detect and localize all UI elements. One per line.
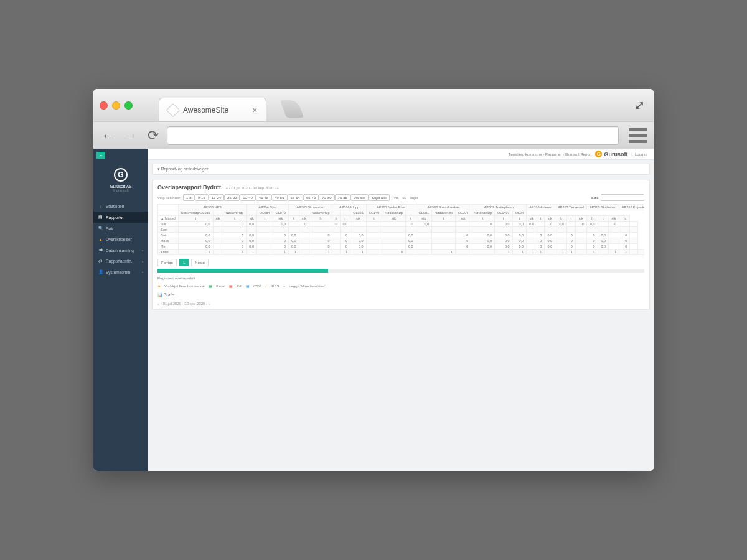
prev-page-button[interactable]: Forrige [157, 259, 177, 266]
column-header[interactable]: h [619, 216, 630, 222]
column-header[interactable]: t [366, 216, 382, 222]
row-label: Snitt [158, 233, 179, 238]
nav-label: Rapportadmin. [106, 259, 133, 263]
column-header[interactable]: stk [416, 216, 432, 222]
column-range-button[interactable]: 49-56 [271, 194, 287, 201]
column-header[interactable]: t [289, 216, 299, 222]
table-cell: 1 [178, 250, 213, 255]
table-cell: 0 [609, 222, 619, 227]
column-range-button[interactable]: Skjul alle [369, 194, 390, 201]
column-header[interactable]: t [223, 216, 247, 222]
column-header[interactable]: stk [350, 216, 367, 222]
export-pdf-link[interactable]: Pdf [237, 284, 242, 288]
table-cell: 1 [609, 250, 619, 255]
sidebar-item-systemadmin[interactable]: 👤Systemadmin› [93, 266, 148, 278]
column-header[interactable]: stk [575, 216, 586, 222]
column-header[interactable]: t [405, 216, 416, 222]
date-range-navigator[interactable]: « ‹ 01.jul.2020 - 30.sep.2020 › » [226, 186, 279, 190]
grafer-section[interactable]: 📊 Grafer [157, 292, 644, 297]
close-window-button[interactable] [100, 101, 108, 110]
column-range-button[interactable]: 17-24 [209, 194, 224, 201]
column-range-button[interactable]: 1-8 [183, 194, 195, 201]
export-csv-link[interactable]: CSV [253, 284, 261, 288]
column-range-button[interactable]: 33-40 [240, 194, 255, 201]
tab-title: AwesomeSite [183, 106, 228, 114]
browser-tab[interactable]: AwesomeSite × [159, 98, 266, 121]
column-header[interactable]: stk [527, 216, 537, 222]
table-cell [366, 233, 382, 238]
column-header[interactable]: t [432, 216, 456, 222]
table-cell [382, 238, 406, 244]
report-table-container[interactable]: AP303 NESAP304 DystAP305 SkramstadAP306 … [157, 204, 644, 255]
column-header[interactable]: t [340, 216, 350, 222]
column-header[interactable]: t [257, 216, 273, 222]
column-header[interactable]: h [586, 216, 598, 222]
column-header[interactable]: t [178, 216, 213, 222]
column-header[interactable]: stk [382, 216, 406, 222]
column-range-button[interactable]: 75-86 [335, 194, 350, 201]
export-rss-link[interactable]: RSS [271, 284, 279, 288]
page-1-button[interactable]: 1 [179, 259, 189, 266]
column-header[interactable]: t [537, 216, 545, 222]
column-range-button[interactable]: 41-48 [256, 194, 271, 201]
column-header[interactable]: t [567, 216, 576, 222]
export-excel-link[interactable]: Excel [216, 284, 225, 288]
reload-button[interactable]: ⟳ [144, 127, 162, 144]
table-cell: 0,0 [512, 222, 526, 227]
column-header[interactable]: stk [213, 216, 223, 222]
table-cell [257, 233, 273, 238]
column-header[interactable]: t [598, 216, 609, 222]
column-header[interactable]: stk [455, 216, 471, 222]
horizontal-scrollbar[interactable] [157, 269, 644, 273]
add-favorite-link[interactable]: Legg i 'Mine favoritter' [289, 284, 325, 288]
vis-value[interactable]: 50 [402, 196, 406, 200]
column-header[interactable]: t [495, 216, 513, 222]
column-header[interactable]: t [512, 216, 526, 222]
column-range-button[interactable]: Vis alle [350, 194, 369, 201]
column-header[interactable]: stk [299, 216, 309, 222]
search-input[interactable] [601, 194, 644, 201]
maximize-window-button[interactable] [125, 101, 133, 110]
forward-button[interactable]: → [122, 127, 139, 144]
footer-date-nav[interactable]: « ‹ 01.jul.2020 - 30.sep.2020 › » [157, 302, 644, 306]
back-button[interactable]: ← [100, 127, 117, 144]
sidebar-item-startsiden[interactable]: ⌂Startsiden [93, 201, 148, 212]
column-range-button[interactable]: 25-32 [224, 194, 240, 201]
table-cell [332, 238, 340, 244]
column-range-button[interactable]: 9-16 [195, 194, 209, 201]
fullscreen-icon[interactable]: ⤢ [634, 98, 645, 113]
column-header[interactable]: stk [247, 216, 257, 222]
table-cell: 0,0 [289, 238, 299, 244]
logout-link[interactable]: Logg ut [635, 152, 647, 156]
sidebar-item-rapportadmin[interactable]: 🏷Rapportadmin.› [93, 256, 148, 266]
column-header[interactable]: h [332, 216, 340, 222]
sidebar-item-sk[interactable]: 🔍Søk [93, 223, 148, 234]
column-header[interactable]: stk [545, 216, 555, 222]
table-cell [567, 227, 576, 233]
toggle-bookmarks-link[interactable]: Vis/skjul flere bokmerker [164, 284, 205, 288]
sidebar-toggle-button[interactable]: ≡ [96, 152, 105, 159]
address-bar[interactable] [167, 126, 619, 145]
group-header: AP309 Tretteplaten [471, 205, 527, 210]
column-header[interactable]: ▲ Måned [158, 216, 179, 222]
column-header[interactable]: t [471, 216, 495, 222]
next-page-button[interactable]: Neste [191, 259, 209, 266]
column-header[interactable]: stk [609, 216, 619, 222]
new-tab-button[interactable] [280, 100, 304, 118]
column-range-button[interactable]: 73-80 [319, 194, 334, 201]
browser-menu-button[interactable] [629, 128, 647, 143]
table-cell: 0,0 [289, 244, 299, 250]
sidebar-item-rapporter[interactable]: ▤Rapporter [93, 212, 148, 223]
column-header[interactable]: stk [273, 216, 289, 222]
minimize-window-button[interactable] [112, 101, 120, 110]
column-range-button[interactable]: 57-64 [288, 194, 303, 201]
column-range-button[interactable]: 65-72 [303, 194, 319, 201]
sidebar-item-datainnsamling[interactable]: ⇄Datainnsamling› [93, 245, 148, 256]
table-cell: 1 [619, 250, 630, 255]
sidebar-item-overskridelser[interactable]: ▲Overskridelser [93, 234, 148, 245]
column-header[interactable]: h [309, 216, 332, 222]
report-period-selector-panel[interactable]: ▾ Rapport- og periodevelger [152, 164, 650, 175]
table-cell: 0,0 [598, 244, 609, 250]
close-tab-icon[interactable]: × [252, 105, 257, 115]
column-header[interactable]: h [555, 216, 567, 222]
